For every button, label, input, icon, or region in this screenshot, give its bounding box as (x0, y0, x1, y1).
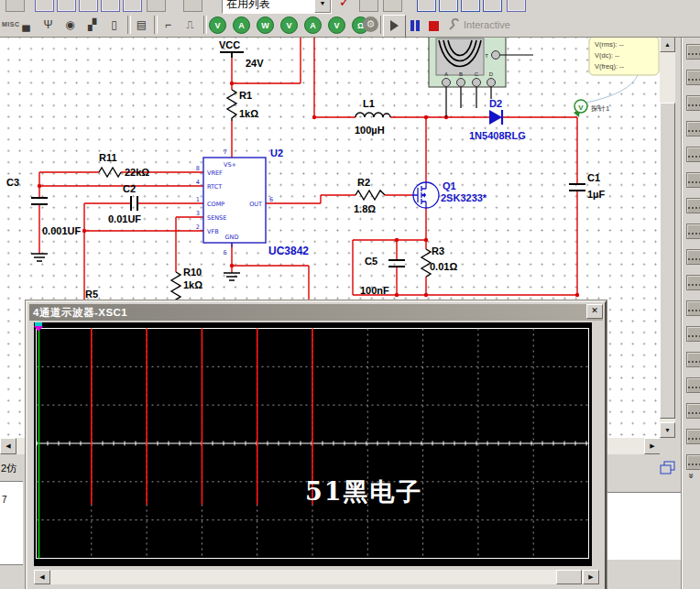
capacitor-c1[interactable]: C1 1µF (569, 172, 605, 200)
database-view-icon[interactable] (101, 0, 120, 12)
l1-value-label: 100µH (355, 125, 385, 136)
current-probe-button[interactable]: A (233, 16, 250, 34)
distortion-analyzer-icon[interactable] (686, 326, 700, 342)
misc2-component-icon[interactable]: ▯ (104, 16, 124, 35)
hierarchical-block-icon[interactable]: ⌐ (159, 16, 178, 35)
agilent-generator-icon[interactable] (686, 403, 700, 419)
stop-simulation-button[interactable] (429, 21, 439, 31)
scroll-down-icon[interactable]: ▼ (660, 422, 675, 438)
u2-pin-vfb: VFB (207, 228, 219, 235)
ic-u2-uc3842[interactable]: VS+ VREF RTCT COMP SENSE VFB OUT GND 7 8… (196, 147, 309, 280)
frequency-counter-icon[interactable] (686, 198, 700, 213)
voltage-probe-1[interactable]: V 探针1 (574, 100, 610, 117)
bode-plotter-icon[interactable] (686, 172, 700, 188)
zoom-in-icon[interactable] (417, 0, 436, 12)
r3-ref-label: R3 (432, 245, 444, 256)
probe-v-icon: V (578, 104, 584, 112)
agilent-multimeter-icon[interactable] (686, 429, 700, 444)
oscilloscope-window[interactable]: 4通道示波器-XSC1 ✕ 51黑电子 ◀ ▶ (26, 300, 607, 589)
d2-ref-label: D2 (489, 98, 502, 109)
hierarchy-view-icon[interactable] (147, 0, 166, 12)
voltage-probe-button[interactable]: V (209, 16, 226, 34)
scroll-right-icon[interactable]: ▶ (583, 570, 599, 584)
network-analyzer-icon[interactable] (686, 377, 700, 393)
play-icon (390, 20, 399, 31)
close-icon[interactable]: ✕ (586, 304, 603, 319)
pause-simulation-icon[interactable] (416, 20, 420, 31)
resistor-r2[interactable]: R2 1.8Ω (354, 177, 385, 214)
wattmeter-instrument-icon[interactable] (686, 95, 700, 111)
resistor-r11[interactable]: R11 22kΩ (99, 152, 149, 178)
misc-component-icon[interactable]: ▄ (16, 16, 36, 35)
logic-analyzer-icon[interactable] (686, 249, 700, 265)
share-icon[interactable] (383, 0, 402, 12)
left-panel-list[interactable]: 7 (0, 481, 23, 565)
multimeter-instrument-icon[interactable] (686, 44, 700, 60)
oscilloscope-toolbar-icon[interactable] (686, 121, 700, 136)
resistor-r10[interactable]: R10 1kΩ (171, 267, 202, 302)
more-instruments-chevron-icon[interactable]: » (686, 473, 696, 478)
current-voltage-probe-button[interactable]: A (304, 16, 322, 34)
scope-horizontal-scrollbar[interactable]: ◀ ▶ (34, 570, 598, 584)
scroll-right-icon[interactable]: ▶ (644, 438, 661, 454)
zoom-area-icon[interactable] (461, 0, 480, 12)
spectrum-analyzer-icon[interactable] (686, 352, 700, 367)
pause-simulation-icon[interactable] (410, 20, 414, 31)
iv-analyzer-icon[interactable] (686, 300, 700, 316)
word-generator-icon[interactable] (686, 224, 700, 239)
combobox-dropdown-icon[interactable]: ▼ (314, 0, 331, 13)
diode-d2[interactable]: D2 1N5408RLG (469, 98, 526, 141)
canvas-vertical-scrollbar[interactable]: ▲ ▼ (660, 37, 675, 438)
spreadsheet-view-icon[interactable] (79, 0, 98, 12)
instrument-view-icon[interactable] (35, 0, 54, 12)
trigger-marker-icon[interactable] (34, 322, 43, 332)
scope-scroll-thumb[interactable] (556, 570, 582, 584)
scroll-left-icon[interactable]: ◀ (0, 438, 16, 454)
mosfet-q1[interactable]: Q1 2SK3233* (412, 180, 487, 208)
vertical-scroll-thumb[interactable] (660, 103, 675, 419)
motor-component-icon[interactable]: ◉ (60, 16, 80, 35)
ladder-diagram-icon[interactable]: ⎍ (180, 16, 200, 35)
capacitor-c5[interactable]: C5 100nF (360, 256, 405, 296)
capacitor-c3[interactable]: C3 0.001UF (6, 177, 81, 261)
u2-part-label: UC3842 (268, 245, 309, 257)
zoom-fit-icon[interactable] (483, 0, 502, 12)
probe-vfreq-value: V(freq): -- (595, 62, 625, 71)
fullscreen-icon[interactable] (507, 0, 526, 12)
power-probe-button[interactable]: W (257, 16, 274, 34)
logic-converter-icon[interactable] (686, 275, 700, 290)
r5-ref-label[interactable]: R5 (85, 289, 98, 300)
interactive-mode-label[interactable]: Interactive (464, 19, 510, 30)
cascade-windows-icon[interactable] (659, 461, 677, 476)
back-arrow-icon[interactable] (5, 0, 25, 12)
run-simulation-button[interactable] (383, 15, 406, 38)
toolbar-separator (203, 16, 207, 34)
oscilloscope-instrument-icon[interactable]: A B C D T (429, 37, 533, 117)
inductor-l1[interactable]: L1 100µH (355, 98, 390, 136)
options-icon[interactable] (183, 0, 202, 12)
transformer-component-icon[interactable]: ▞ (82, 16, 102, 35)
probe-settings-gear-icon[interactable]: ⚙ (363, 16, 378, 32)
ic-component-icon[interactable]: ▤ (132, 16, 151, 35)
export-icon[interactable] (359, 0, 378, 12)
resistor-r1[interactable]: R1 1kΩ (227, 90, 258, 121)
resistor-r3[interactable]: R3 0.01Ω (421, 245, 457, 277)
differential-probe-button[interactable]: V (328, 16, 345, 34)
function-generator-instrument-icon[interactable] (686, 70, 700, 85)
tektronix-scope-icon[interactable] (686, 454, 700, 470)
probe-vdc-value: V(dc): -- (595, 51, 620, 60)
vcc-power-source[interactable]: VCC 24V (219, 39, 264, 69)
erc-check-icon[interactable]: ✓ (339, 0, 350, 9)
left-panel-tab[interactable]: 2仿 (1, 462, 16, 475)
scroll-up-icon[interactable]: ▲ (660, 37, 675, 52)
four-channel-scope-icon[interactable] (686, 147, 700, 162)
grid-view-icon[interactable] (57, 0, 76, 12)
scroll-left-icon[interactable]: ◀ (34, 570, 50, 584)
ruler-view-icon[interactable] (123, 0, 142, 12)
oscilloscope-window-titlebar[interactable]: 4通道示波器-XSC1 (29, 304, 603, 321)
antenna-component-icon[interactable]: Ψ (38, 16, 58, 35)
c5-ref-label: C5 (365, 256, 377, 267)
voltage-ref-probe-button[interactable]: V (280, 16, 298, 34)
zoom-out-icon[interactable] (439, 0, 458, 12)
in-use-list-combobox[interactable]: 在用列表 ▼ (222, 0, 332, 14)
